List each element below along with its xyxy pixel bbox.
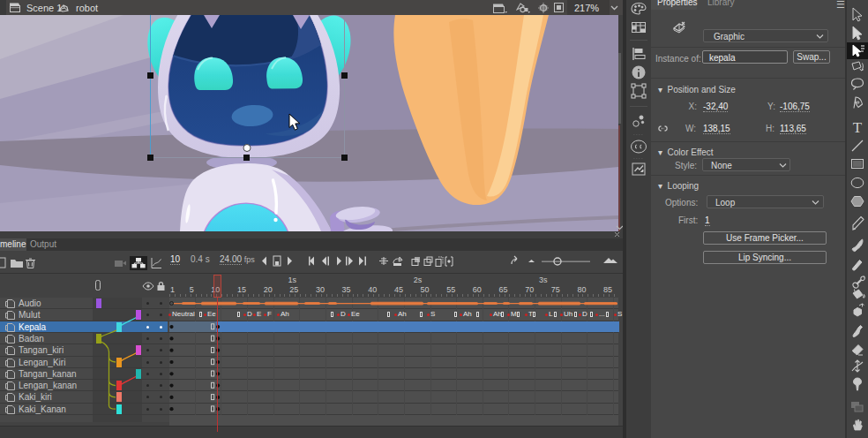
svg-text:T: T — [853, 119, 863, 136]
